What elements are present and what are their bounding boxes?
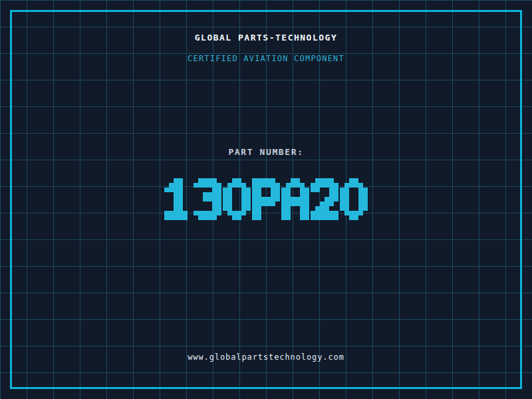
company-title: GLOBAL PARTS-TECHNOLOGY xyxy=(0,33,532,43)
part-number-char xyxy=(252,178,280,220)
part-number-label: PART NUMBER: xyxy=(0,147,532,157)
certification-subtitle: CERTIFIED AVIATION COMPONENT xyxy=(0,54,532,63)
part-number-char xyxy=(281,178,309,220)
part-number-char xyxy=(194,178,221,220)
blueprint-canvas: GLOBAL PARTS-TECHNOLOGY CERTIFIED AVIATI… xyxy=(0,0,532,399)
part-number-char xyxy=(164,178,192,220)
part-number-char xyxy=(223,178,251,220)
part-number-char xyxy=(340,178,368,220)
part-number-char xyxy=(311,178,338,220)
part-number-display xyxy=(0,178,532,220)
website-url: www.globalpartstechnology.com xyxy=(0,352,532,362)
